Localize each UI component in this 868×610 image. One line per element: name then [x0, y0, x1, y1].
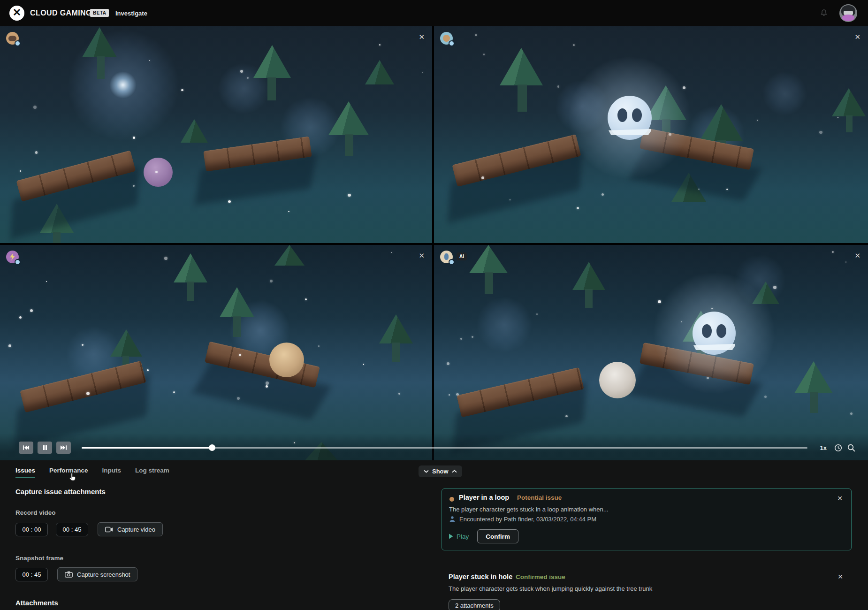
snapshot-row: Capture screenshot	[15, 567, 137, 581]
skip-back-icon	[23, 445, 30, 450]
star	[164, 257, 168, 260]
star	[447, 362, 449, 365]
record-start-input[interactable]	[15, 523, 48, 536]
issue-status-badge: Confirmed issue	[516, 573, 565, 580]
tab-issues[interactable]: Issues	[15, 467, 35, 478]
star	[46, 281, 47, 282]
investigation-panel: Issues Performance Inputs Log stream Sho…	[0, 460, 868, 610]
star	[557, 85, 560, 88]
player-avatar-chip	[440, 32, 453, 45]
app-title: CLOUD GAMING	[30, 9, 92, 17]
issue-description: The player character gets stuck when jum…	[449, 585, 652, 592]
notifications-icon[interactable]	[820, 9, 828, 18]
star	[577, 207, 579, 209]
tree-trunk	[53, 232, 61, 243]
dismiss-issue-button[interactable]: ✕	[838, 573, 843, 580]
timeline-scrubber[interactable]	[82, 444, 807, 451]
pause-icon	[43, 445, 47, 450]
star	[228, 200, 230, 203]
tree-trunk	[267, 77, 276, 100]
lightning-icon	[9, 253, 15, 260]
star	[460, 338, 462, 340]
issue-status-dot	[449, 497, 454, 502]
person-icon	[449, 516, 456, 523]
star	[19, 316, 22, 319]
capture-screenshot-label: Capture screenshot	[77, 571, 130, 578]
skip-forward-button[interactable]	[56, 442, 71, 454]
star	[181, 89, 183, 92]
tree-trunk	[233, 316, 241, 337]
timeline-played	[82, 447, 212, 449]
tab-inputs[interactable]: Inputs	[102, 467, 122, 478]
star	[683, 86, 685, 89]
pine-tree	[253, 45, 291, 78]
online-status-dot	[449, 40, 455, 46]
attachments-count-button[interactable]: 2 attachments	[449, 599, 500, 610]
tree-trunk	[518, 84, 527, 112]
skip-back-button[interactable]	[19, 442, 33, 454]
star	[173, 391, 175, 393]
star	[147, 369, 149, 371]
star	[819, 131, 822, 134]
timeline-thumb[interactable]	[209, 444, 215, 451]
tree-trunk	[846, 115, 853, 132]
snapshot-time-input[interactable]	[15, 568, 48, 581]
attachments-heading: Attachments	[15, 599, 58, 607]
clock-icon[interactable]	[834, 443, 843, 452]
issue-title: Player in a loop	[459, 494, 509, 501]
player-avatar-chip	[6, 32, 19, 45]
confirm-issue-button[interactable]: Confirm	[477, 529, 518, 543]
beta-badge: BETA	[90, 9, 109, 17]
online-status-dot	[15, 40, 21, 46]
player-avatar-chip	[6, 251, 19, 263]
show-toggle-button[interactable]: Show	[419, 465, 462, 477]
play-label: Play	[457, 533, 469, 540]
ghost-eye	[702, 324, 712, 338]
close-stream-button[interactable]: ✕	[854, 33, 860, 41]
star	[30, 309, 33, 313]
tab-performance[interactable]: Performance	[49, 467, 88, 478]
issue-card-player-stuck-in-hole[interactable]: Player stuck in hole Confirmed issue The…	[442, 565, 852, 610]
pause-button[interactable]	[38, 442, 52, 454]
capture-video-button[interactable]: Capture video	[98, 522, 163, 536]
play-issue-button[interactable]: Play	[449, 533, 469, 540]
issue-status-badge: Potential issue	[517, 494, 562, 501]
online-status-dot	[15, 259, 21, 265]
player-ball-tan	[269, 343, 304, 377]
record-end-input[interactable]	[56, 523, 88, 536]
pine-tree	[794, 361, 833, 393]
star	[379, 44, 381, 46]
issue-meta-text: Encountered by Path finder, 03/03/2022, …	[459, 516, 596, 523]
zoom-search-icon[interactable]	[847, 443, 856, 452]
tree-trunk	[585, 289, 593, 308]
ghost-enemy	[693, 312, 736, 355]
close-stream-button[interactable]: ✕	[854, 252, 860, 260]
star	[247, 77, 249, 79]
close-stream-button[interactable]: ✕	[419, 252, 425, 260]
star	[832, 251, 834, 253]
star	[398, 393, 400, 395]
capture-screenshot-button[interactable]: Capture screenshot	[57, 567, 137, 581]
skip-forward-icon	[60, 445, 67, 450]
dismiss-issue-button[interactable]: ✕	[837, 495, 843, 502]
capture-video-label: Capture video	[117, 526, 155, 533]
pine-tree	[379, 314, 413, 343]
user-avatar[interactable]	[839, 4, 857, 22]
close-stream-button[interactable]: ✕	[419, 33, 425, 41]
playback-speed[interactable]: 1x	[820, 444, 827, 451]
nav-investigate[interactable]: Investigate	[115, 10, 147, 17]
glow-orb	[476, 297, 533, 353]
issue-card-player-in-a-loop[interactable]: Player in a loop Potential issue The pla…	[442, 488, 852, 550]
issue-title: Player stuck in hole	[449, 573, 512, 580]
online-status-dot	[449, 259, 455, 265]
star	[773, 286, 777, 289]
snapshot-frame-label: Snapshot frame	[15, 555, 63, 562]
ghost-eye	[716, 324, 726, 338]
tree-trunk	[345, 134, 353, 156]
star	[348, 194, 350, 197]
star	[8, 344, 11, 347]
tab-log-stream[interactable]: Log stream	[135, 467, 169, 478]
camera-icon	[65, 571, 73, 578]
pine-tree	[274, 245, 305, 266]
star	[764, 396, 767, 398]
